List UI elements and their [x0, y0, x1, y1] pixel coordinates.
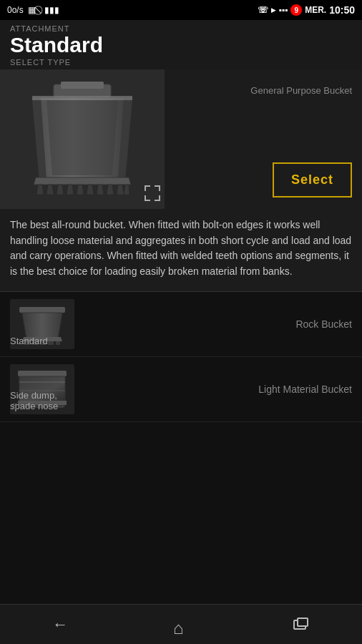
- clock: 10:50: [329, 4, 355, 16]
- back-button[interactable]: [44, 609, 76, 640]
- page-title: Standard: [10, 33, 352, 57]
- bottom-nav: [0, 604, 362, 644]
- expand-icon[interactable]: [145, 185, 160, 205]
- menu-icon: ☰: [11, 402, 18, 410]
- notification-badge: 9: [290, 4, 302, 16]
- list-item[interactable]: Standard Rock Bucket: [0, 292, 362, 357]
- wifi-icon: ▸: [271, 5, 275, 15]
- status-left: 0o/s ▦ ⃠ ▮▮▮: [7, 5, 59, 15]
- recents-button[interactable]: [286, 609, 318, 640]
- network-speed: 0o/s: [7, 5, 24, 15]
- svg-rect-8: [56, 341, 60, 345]
- attachment-label: ATTACHMENT: [10, 24, 352, 33]
- home-icon: [173, 618, 189, 631]
- svg-rect-2: [32, 96, 132, 100]
- bucket-image-container: [0, 69, 165, 209]
- bucket-image: [0, 69, 165, 209]
- status-right: ☏ ▸ ▪▪▪ 9 MER. 10:50: [258, 4, 355, 16]
- list-items: Standard Rock Bucket: [0, 292, 362, 422]
- card-right: General Purpose Bucket Select: [165, 69, 362, 209]
- day-label: MER.: [305, 5, 326, 15]
- select-type-label: SELECT TYPE: [10, 58, 352, 67]
- light-material-label: Light Material Bucket: [258, 384, 352, 395]
- home-button[interactable]: [165, 609, 197, 640]
- item-name-right: General Purpose Bucket: [250, 85, 352, 96]
- signal-icon: ▪▪▪: [278, 5, 288, 15]
- select-button[interactable]: Select: [273, 162, 352, 197]
- expanded-card: General Purpose Bucket Select The best a…: [0, 69, 362, 292]
- svg-rect-7: [48, 341, 54, 345]
- status-bar: 0o/s ▦ ⃠ ▮▮▮ ☏ ▸ ▪▪▪ 9 MER. 10:50: [0, 0, 362, 20]
- rock-bucket-label: Rock Bucket: [295, 318, 352, 330]
- list-item[interactable]: Side dump, spade nose ☰ Light Material B…: [0, 357, 362, 422]
- image-icon: ▦: [28, 5, 36, 15]
- bar-chart-icon: ▮▮▮: [44, 5, 59, 15]
- main-content: General Purpose Bucket Select The best a…: [0, 69, 362, 422]
- svg-rect-3: [19, 307, 65, 313]
- standard-label: Standard: [10, 336, 48, 346]
- header-area: ATTACHMENT Standard SELECT TYPE: [0, 20, 362, 69]
- bucket-illustration: [11, 79, 154, 200]
- svg-rect-9: [18, 371, 67, 376]
- recents-icon: [293, 618, 310, 632]
- svg-rect-1: [61, 82, 104, 89]
- description-text: The best all-round bucket. When fitted w…: [0, 209, 362, 291]
- phone-icon: ☏: [258, 5, 268, 15]
- card-top: General Purpose Bucket Select: [0, 69, 362, 209]
- back-icon: [52, 615, 68, 634]
